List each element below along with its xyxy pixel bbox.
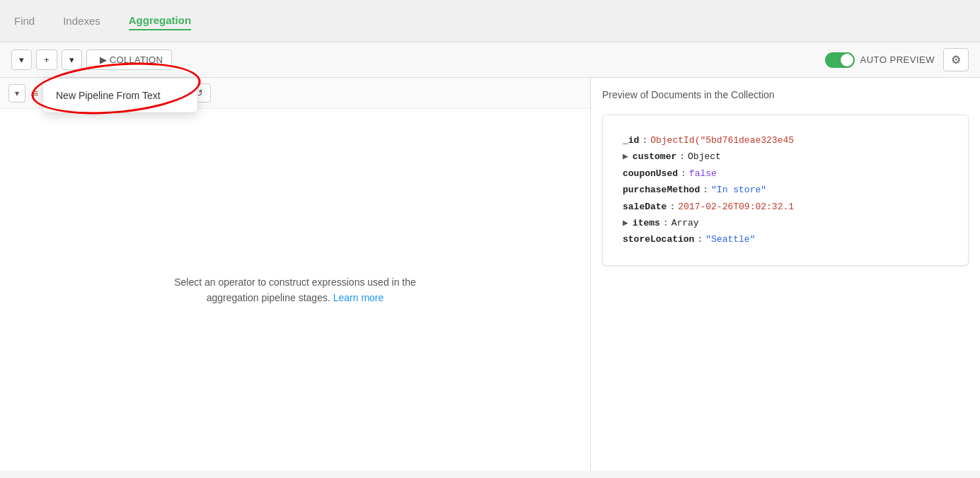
chevron-down-button[interactable]: ▾ (11, 49, 32, 70)
gear-icon: ⚙ (951, 54, 961, 66)
method-key: purchaseMethod (623, 182, 700, 198)
right-panel: Preview of Documents in the Collection _… (591, 78, 980, 471)
doc-line-date: saleDate : 2017-02-26T09:02:32.1 (623, 199, 948, 215)
items-key: items (633, 215, 660, 231)
toolbar: ▾ + ▾ ▶ COLLATION New Pipeline From Text… (0, 42, 980, 78)
pipeline-dropdown-menu: New Pipeline From Text (42, 78, 198, 113)
id-key: _id (623, 132, 639, 148)
expand-customer-icon[interactable]: ▶ (623, 148, 628, 165)
collation-button[interactable]: ▶ COLLATION (86, 49, 173, 70)
tab-find[interactable]: Find (14, 12, 35, 30)
add-icon: + (44, 54, 50, 65)
chevron-down-icon: ▾ (15, 88, 19, 98)
empty-state-text: Select an operator to construct expressi… (154, 274, 437, 306)
customer-value: Object (688, 148, 721, 165)
tab-indexes[interactable]: Indexes (63, 12, 100, 30)
add-stage-button[interactable]: + (36, 49, 57, 70)
empty-state-area: Select an operator to construct expressi… (0, 109, 590, 471)
date-key: saleDate (623, 199, 667, 215)
right-panel-title: Preview of Documents in the Collection (602, 89, 969, 106)
chevron-down-icon: ▾ (19, 54, 24, 65)
coupon-key: couponUsed (623, 165, 678, 182)
collection-icon: ≡ (33, 88, 38, 99)
tab-aggregation[interactable]: Aggregation (129, 11, 191, 30)
tab-bar: Find Indexes Aggregation (0, 0, 980, 42)
main-content: ▾ ≡ 5000 Documents in the Collection ↺ S… (0, 78, 980, 471)
customer-key: customer (633, 148, 676, 165)
doc-line-method: purchaseMethod : "In store" (623, 182, 948, 198)
doc-line-id: _id : ObjectId("5bd761deae323e45 (623, 132, 948, 148)
stage-collapse-button[interactable]: ▾ (8, 84, 25, 103)
auto-preview-label: AUTO PREVIEW (860, 54, 935, 65)
method-value: "In store" (711, 182, 766, 198)
learn-more-link[interactable]: Learn more (333, 292, 384, 303)
settings-button[interactable]: ⚙ (943, 48, 969, 71)
id-value: ObjectId("5bd761deae323e45 (650, 132, 794, 148)
doc-line-items: ▶ items : Array (623, 215, 948, 231)
date-value: 2017-02-26T09:02:32.1 (678, 199, 794, 215)
new-pipeline-from-text-item[interactable]: New Pipeline From Text (43, 83, 197, 108)
left-panel: ▾ ≡ 5000 Documents in the Collection ↺ S… (0, 78, 591, 471)
auto-preview-toggle[interactable] (825, 52, 855, 68)
auto-preview-toggle-wrap: AUTO PREVIEW (825, 52, 935, 68)
items-value: Array (671, 215, 699, 231)
location-value: "Seattle" (705, 231, 755, 247)
coupon-value: false (689, 165, 717, 182)
collation-label: ▶ COLLATION (100, 54, 163, 65)
doc-line-customer: ▶ customer : Object (623, 148, 948, 165)
toolbar-right: AUTO PREVIEW ⚙ (825, 48, 969, 71)
doc-line-location: storeLocation : "Seattle" (623, 231, 948, 247)
doc-line-coupon: couponUsed : false (623, 165, 948, 182)
chevron-icon: ▾ (69, 54, 74, 65)
add-stage-dropdown-button[interactable]: ▾ (62, 49, 82, 70)
location-key: storeLocation (623, 231, 694, 247)
document-preview: _id : ObjectId("5bd761deae323e45 ▶ custo… (602, 115, 969, 266)
expand-items-icon[interactable]: ▶ (623, 215, 628, 231)
